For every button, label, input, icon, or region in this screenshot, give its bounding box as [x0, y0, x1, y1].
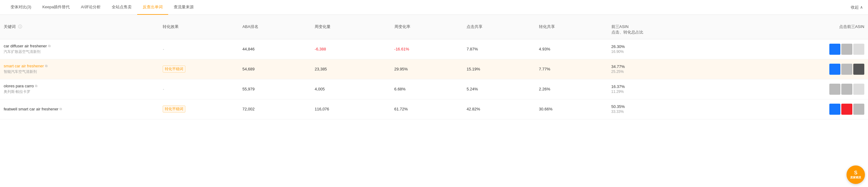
conv-share-value: 30.66%: [539, 107, 553, 111]
top3-ratio-cell: 16.37% 11.29%: [608, 79, 723, 99]
click-share-cell: 15.19%: [463, 59, 535, 79]
click-share-value: 42.82%: [467, 107, 480, 111]
weekly-rate-cell: 6.68%: [391, 79, 463, 99]
aba-rank-value: 72,002: [243, 107, 255, 111]
top3-main-pct: 26.30%: [611, 44, 720, 49]
top3-sub-pct: 11.29%: [611, 89, 720, 94]
keyword-copy-icon[interactable]: ⧉: [60, 107, 62, 111]
conv-share-value: 2.26%: [539, 87, 550, 91]
th-click-share: 点击共享: [463, 15, 535, 39]
product-images: [727, 84, 864, 95]
weekly-rate-cell: -16.61%: [391, 39, 463, 59]
top3-ratio-cell: 26.30% 16.90%: [608, 39, 723, 59]
tab-item-variant-compare[interactable]: 变体对比(3): [5, 0, 37, 15]
table-body: car diffuser air freshener ⧉ 汽车扩散器空气清新剂 …: [0, 39, 868, 119]
keyword-cell: featwell smart car air freshener ⧉: [0, 99, 159, 119]
collapse-arrow-icon: ∧: [860, 5, 863, 9]
weekly-volume-value: 116,076: [315, 107, 329, 111]
top3-sub-pct: 33.33%: [611, 109, 720, 114]
th-aba: ABA排名: [239, 15, 311, 39]
table-wrapper: 关键词 ⓘ 转化效果 ABA排名 周变化量 周变化率 点击共享: [0, 15, 868, 119]
th-weekly-volume: 周变化量: [311, 15, 391, 39]
table-row: car diffuser air freshener ⧉ 汽车扩散器空气清新剂 …: [0, 39, 868, 59]
product-images: [727, 44, 864, 55]
weekly-rate-value: -16.61%: [394, 47, 409, 51]
weekly-volume-cell: 4,005: [311, 79, 391, 99]
th-weekly-rate: 周变化率: [391, 15, 463, 39]
table-row: olores para carro ⧉ 奥列斯·帕拉卡罗 - 55,979 4,…: [0, 79, 868, 99]
keyword-cell: smart car air freshener ⧉ 智能汽车空气清新剂: [0, 59, 159, 79]
keyword-text: olores para carro: [4, 84, 34, 88]
keyword-info-icon[interactable]: ⓘ: [18, 24, 22, 29]
weekly-volume-value: 4,005: [315, 87, 325, 91]
conversion-cell: 转化平稳词: [159, 59, 239, 79]
click-share-value: 7.87%: [467, 47, 478, 51]
top3-sub-pct: 25.25%: [611, 70, 720, 74]
keyword-cell: car diffuser air freshener ⧉ 汽车扩散器空气清新剂: [0, 39, 159, 59]
conversion-badge: 转化平稳词: [163, 65, 185, 73]
tab-item-traffic-source[interactable]: 查流量来源: [168, 0, 199, 15]
weekly-volume-value: 23,385: [315, 67, 327, 71]
th-conv-share: 转化共享: [535, 15, 608, 39]
top3-main-pct: 50.35%: [611, 104, 720, 109]
th-top3-ratio: 前三ASIN 点击、转化总占比: [608, 15, 723, 39]
keyword-copy-icon[interactable]: ⧉: [45, 64, 48, 68]
keyword-copy-icon[interactable]: ⧉: [48, 44, 51, 48]
top3-asin-cell: [723, 59, 868, 79]
click-share-cell: 42.82%: [463, 99, 535, 119]
table-header: 关键词 ⓘ 转化效果 ABA排名 周变化量 周变化率 点击共享: [0, 15, 868, 39]
top3-sub-pct: 16.90%: [611, 50, 720, 54]
product-images: [727, 64, 864, 75]
conv-share-value: 7.77%: [539, 67, 550, 71]
top3-asin-cell: [723, 99, 868, 119]
collapse-label: 收起: [851, 5, 859, 10]
tab-item-ai-review[interactable]: AI评论分析: [75, 0, 106, 15]
conversion-cell: 转化平稳词: [159, 99, 239, 119]
click-share-cell: 5.24%: [463, 79, 535, 99]
aba-rank-cell: 72,002: [239, 99, 311, 119]
aba-rank-cell: 54,689: [239, 59, 311, 79]
aba-rank-cell: 55,979: [239, 79, 311, 99]
keyword-text: car diffuser air freshener: [4, 44, 47, 48]
click-share-value: 15.19%: [467, 67, 480, 71]
keyword-cell: olores para carro ⧉ 奥列斯·帕拉卡罗: [0, 79, 159, 99]
aba-rank-cell: 44,846: [239, 39, 311, 59]
th-top3-asin: 点击前三ASIN: [723, 15, 868, 39]
conv-share-cell: 7.77%: [535, 59, 608, 79]
aba-rank-value: 55,979: [243, 87, 255, 91]
weekly-rate-value: 6.68%: [394, 87, 406, 91]
th-keyword: 关键词 ⓘ: [0, 15, 159, 39]
keyword-copy-icon[interactable]: ⧉: [35, 84, 37, 88]
weekly-volume-value: -6,388: [315, 47, 326, 51]
top3-asin-cell: [723, 79, 868, 99]
click-share-value: 5.24%: [467, 87, 478, 91]
weekly-volume-cell: 116,076: [311, 99, 391, 119]
weekly-volume-cell: -6,388: [311, 39, 391, 59]
top3-ratio-cell: 34.77% 25.25%: [608, 59, 723, 79]
tab-item-keepa-plugin[interactable]: Keepa插件替代: [37, 0, 75, 15]
conversion-cell: -: [159, 39, 239, 59]
tab-item-site-sales[interactable]: 全站点售卖: [106, 0, 137, 15]
table-row: smart car air freshener ⧉ 智能汽车空气清新剂 转化平稳…: [0, 59, 868, 79]
tab-bar-left: 变体对比(3)Keepa插件替代AI评论分析全站点售卖反查出单词查流量来源: [5, 0, 199, 15]
main-table: 关键词 ⓘ 转化效果 ABA排名 周变化量 周变化率 点击共享: [0, 15, 868, 119]
keyword-text: smart car air freshener: [4, 64, 44, 68]
table-row: featwell smart car air freshener ⧉ 转化平稳词…: [0, 99, 868, 119]
aba-rank-value: 44,846: [243, 47, 255, 51]
weekly-rate-cell: 29.95%: [391, 59, 463, 79]
weekly-volume-cell: 23,385: [311, 59, 391, 79]
collapse-button[interactable]: 收起 ∧: [851, 0, 863, 15]
aba-rank-value: 54,689: [243, 67, 255, 71]
conv-share-value: 4.93%: [539, 47, 550, 51]
top3-main-pct: 16.37%: [611, 84, 720, 89]
tab-item-reverse-single[interactable]: 反查出单词: [137, 0, 168, 15]
conv-share-cell: 2.26%: [535, 79, 608, 99]
conv-share-cell: 30.66%: [535, 99, 608, 119]
conversion-dash: -: [163, 47, 164, 51]
conversion-dash: -: [163, 87, 164, 91]
weekly-rate-value: 29.95%: [394, 67, 408, 71]
conv-share-cell: 4.93%: [535, 39, 608, 59]
click-share-cell: 7.87%: [463, 39, 535, 59]
weekly-rate-cell: 61.72%: [391, 99, 463, 119]
keyword-text: featwell smart car air freshener: [4, 107, 58, 111]
